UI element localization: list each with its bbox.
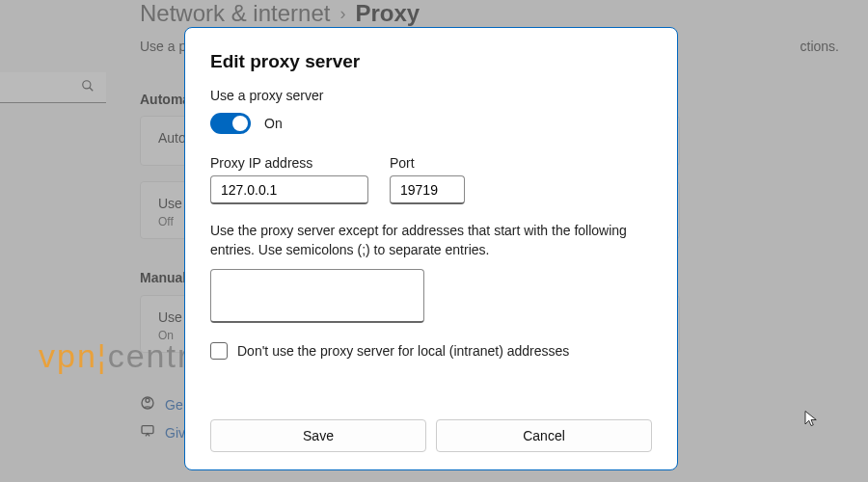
ip-address-label: Proxy IP address <box>210 155 368 171</box>
use-proxy-toggle[interactable] <box>210 113 251 134</box>
cancel-button[interactable]: Cancel <box>436 419 652 452</box>
dialog-title: Edit proxy server <box>210 51 652 72</box>
toggle-state-label: On <box>264 116 283 131</box>
ip-address-input[interactable] <box>210 175 368 204</box>
port-input[interactable] <box>390 175 465 204</box>
local-bypass-row[interactable]: Don't use the proxy server for local (in… <box>210 342 652 360</box>
watermark-part1: vpn <box>39 337 97 374</box>
pin-icon: ¦ <box>97 337 108 374</box>
use-proxy-label: Use a proxy server <box>210 88 652 103</box>
exceptions-input[interactable] <box>210 269 424 323</box>
save-button[interactable]: Save <box>210 419 426 452</box>
mouse-cursor-icon <box>802 410 820 432</box>
local-bypass-label: Don't use the proxy server for local (in… <box>237 343 569 359</box>
port-label: Port <box>390 155 465 171</box>
exceptions-label: Use the proxy server except for addresse… <box>210 222 652 259</box>
edit-proxy-dialog: Edit proxy server Use a proxy server On … <box>184 27 678 470</box>
local-bypass-checkbox[interactable] <box>210 342 228 360</box>
